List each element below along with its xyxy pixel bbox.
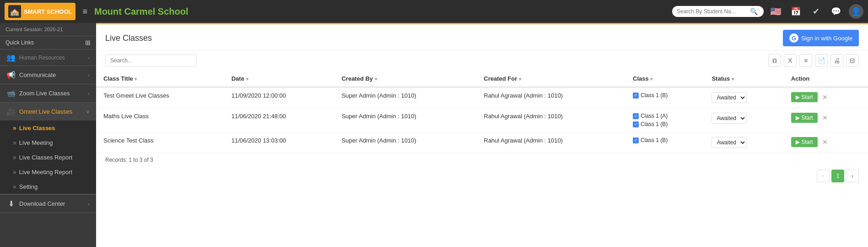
- checkbox-checked-icon: ✓: [633, 93, 639, 99]
- cell-created-for: Rahul Agrawal (Admin : 1010): [476, 87, 625, 108]
- checkbox-item: ✓Class 1 (B): [633, 137, 697, 143]
- table-row: Science Test Class11/06/2020 13:03:00Sup…: [96, 132, 868, 153]
- sort-icon-date: ▾: [246, 77, 248, 82]
- pdf-icon[interactable]: 📄: [815, 54, 828, 67]
- class-label: Class 1 (B): [641, 92, 668, 99]
- google-g-icon: G: [789, 33, 798, 43]
- cell-class-title: Science Test Class: [96, 132, 224, 153]
- table-action-icons: ⧉ X ≡ 📄 🖨 ⊟: [768, 54, 859, 67]
- gmeet-chevron: ∨: [86, 109, 90, 115]
- flag-icon[interactable]: 🇺🇸: [768, 4, 783, 19]
- page-1-btn[interactable]: 1: [831, 170, 844, 182]
- active-bullet: »: [13, 124, 16, 132]
- logo-text: SMART SCHOOL: [24, 8, 72, 15]
- whatsapp-icon[interactable]: 💬: [829, 4, 843, 19]
- cell-status: AwaitedStartedEnded: [704, 108, 783, 132]
- human-resources-label: Human Resources: [19, 55, 84, 61]
- next-page-btn[interactable]: ›: [846, 170, 859, 182]
- section-download-center: ⬇ Download Center ‹: [0, 194, 96, 213]
- top-nav: 🏫 SMART SCHOOL ≡ Mount Carmel School 🔍 🇺…: [0, 0, 868, 23]
- sidebar-item-communicate[interactable]: 📢 Communicate ‹: [0, 66, 96, 84]
- cell-class: ✓Class 1 (A)✓Class 1 (B): [625, 108, 704, 132]
- col-created-by: Created By ▾: [334, 71, 476, 87]
- search-input[interactable]: [677, 8, 750, 15]
- section-zoom-live-classes: 📹 Zoom Live Classes ‹: [0, 84, 96, 103]
- gmeet-icon: 🎥: [6, 107, 16, 116]
- prev-page-btn[interactable]: ‹: [817, 170, 830, 182]
- sort-icon-title: ▾: [135, 77, 137, 82]
- start-button[interactable]: ▶ Start: [791, 113, 818, 123]
- sidebar-item-download-center[interactable]: ⬇ Download Center ‹: [0, 195, 96, 213]
- search-icon: 🔍: [750, 8, 758, 15]
- table-search-input[interactable]: [105, 55, 197, 66]
- status-select[interactable]: AwaitedStartedEnded: [712, 92, 747, 103]
- sidebar-item-gmeet-live-classes[interactable]: 🎥 Gmeet Live Classes ∨: [0, 103, 96, 121]
- logo: 🏫 SMART SCHOOL: [5, 3, 75, 20]
- zoom-icon: 📹: [6, 89, 16, 98]
- checkbox-item: ✓Class 1 (B): [633, 121, 697, 127]
- content-header: Live Classes G Sign in with Google: [96, 24, 868, 50]
- class-label: Class 1 (B): [641, 137, 668, 143]
- start-button[interactable]: ▶ Start: [791, 137, 818, 147]
- delete-button[interactable]: ✕: [820, 113, 830, 122]
- action-cell: ▶ Start✕: [791, 137, 861, 147]
- check-icon[interactable]: ✔: [809, 4, 823, 19]
- sidebar-item-human-resources[interactable]: 👥 Human Resources ›: [0, 49, 96, 66]
- submenu-item-live-meeting[interactable]: » Live Meeting: [0, 135, 96, 150]
- delete-button[interactable]: ✕: [820, 137, 830, 147]
- sort-icon-created-for: ▾: [519, 77, 521, 82]
- zoom-chevron: ‹: [88, 91, 90, 96]
- checkbox-checked-icon: ✓: [633, 137, 639, 143]
- human-resources-icon: 👥: [6, 53, 16, 62]
- download-chevron: ‹: [88, 201, 90, 207]
- section-communicate: 📢 Communicate ‹: [0, 66, 96, 84]
- cell-created-by: Super Admin (Admin : 1010): [334, 87, 476, 108]
- excel-icon[interactable]: X: [784, 54, 797, 67]
- cell-action: ▶ Start✕: [784, 87, 868, 108]
- logo-icon: 🏫: [8, 5, 21, 18]
- delete-button[interactable]: ✕: [820, 93, 830, 102]
- grid-icon[interactable]: ⊞: [85, 39, 91, 46]
- dot-icon-2: »: [13, 154, 16, 161]
- status-select[interactable]: AwaitedStartedEnded: [712, 113, 747, 124]
- start-button[interactable]: ▶ Start: [791, 92, 818, 102]
- col-status: Status ▾: [704, 71, 783, 87]
- user-icon[interactable]: 👤: [849, 4, 863, 19]
- status-select[interactable]: AwaitedStartedEnded: [712, 137, 747, 148]
- column-icon[interactable]: ⊟: [846, 54, 859, 67]
- download-center-label: Download Center: [19, 200, 84, 207]
- cell-date: 11/09/2020 12:00:00: [224, 87, 334, 108]
- google-signin-button[interactable]: G Sign in with Google: [783, 30, 859, 46]
- print-icon[interactable]: 🖨: [830, 54, 843, 67]
- hamburger-icon[interactable]: ≡: [80, 5, 90, 19]
- submenu-item-live-meeting-report[interactable]: » Live Meeting Report: [0, 165, 96, 179]
- sidebar-item-zoom-live-classes[interactable]: 📹 Zoom Live Classes ‹: [0, 84, 96, 102]
- main-layout: Current Session: 2020-21 Quick Links ⊞ 👥…: [0, 23, 868, 247]
- sort-icon-status: ▾: [732, 77, 734, 82]
- cell-class: ✓Class 1 (B): [625, 87, 704, 108]
- action-cell: ▶ Start✕: [791, 113, 861, 123]
- csv-icon[interactable]: ≡: [799, 54, 812, 67]
- dot-icon-4: »: [13, 183, 16, 190]
- table-row: Maths Live Class11/06/2020 21:48:00Super…: [96, 108, 868, 132]
- live-meeting-report-label: Live Meeting Report: [19, 169, 72, 176]
- cell-action: ▶ Start✕: [784, 108, 868, 132]
- copy-icon[interactable]: ⧉: [768, 54, 781, 67]
- col-class: Class ▾: [625, 71, 704, 87]
- submenu-item-live-classes[interactable]: » Live Classes: [0, 121, 96, 135]
- col-created-for: Created For ▾: [476, 71, 625, 87]
- submenu-item-live-classes-report[interactable]: » Live Classes Report: [0, 150, 96, 165]
- cell-created-by: Super Admin (Admin : 1010): [334, 132, 476, 153]
- live-classes-report-label: Live Classes Report: [19, 154, 72, 161]
- cell-created-for: Rahul Agrawal (Admin : 1010): [476, 108, 625, 132]
- calendar-icon[interactable]: 📅: [788, 4, 803, 19]
- gmeet-live-classes-label: Gmeet Live Classes: [19, 108, 82, 115]
- cell-created-by: Super Admin (Admin : 1010): [334, 108, 476, 132]
- communicate-label: Communicate: [19, 71, 84, 78]
- page-title: Live Classes: [105, 33, 152, 43]
- cell-created-for: Rahul Agrawal (Admin : 1010): [476, 132, 625, 153]
- submenu-item-setting[interactable]: » Setting: [0, 179, 96, 194]
- table-toolbar: ⧉ X ≡ 📄 🖨 ⊟: [96, 50, 868, 71]
- search-bar: 🔍: [672, 6, 764, 17]
- school-name: Mount Carmel School: [94, 6, 668, 17]
